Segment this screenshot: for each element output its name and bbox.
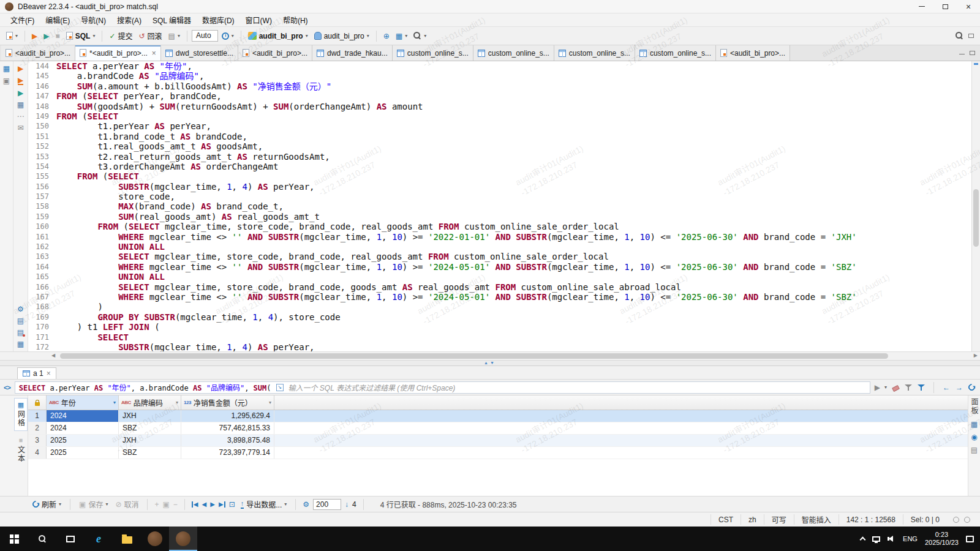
editor-tab[interactable]: custom_online_s... bbox=[554, 45, 635, 61]
menu-item[interactable]: 编辑(E) bbox=[40, 15, 75, 25]
execute-script-button[interactable]: ▶ bbox=[41, 31, 51, 41]
filters-menu-icon[interactable] bbox=[918, 384, 925, 391]
autocommit-selector[interactable]: Auto bbox=[192, 30, 218, 42]
error-log-icon[interactable]: ▤ bbox=[17, 329, 24, 336]
results-tab[interactable]: a 1 × bbox=[17, 367, 56, 379]
filter-input[interactable]: SELECT a.perYear AS "年份", a.brandCode AS… bbox=[15, 381, 870, 394]
table-cell[interactable]: SBZ bbox=[119, 422, 181, 434]
focus-cell-icon[interactable]: ⊡ bbox=[229, 501, 235, 508]
network-settings-button[interactable]: ⊕ bbox=[381, 31, 392, 41]
metadata-panel-icon[interactable]: ▤ bbox=[971, 446, 978, 454]
refresh-results-icon[interactable] bbox=[967, 383, 977, 392]
internet-explorer-button[interactable]: e bbox=[85, 527, 113, 551]
menu-item[interactable]: 数据库(D) bbox=[197, 15, 240, 25]
text-view-tab[interactable]: ≡文本 bbox=[14, 433, 28, 467]
menu-item[interactable]: 文件(F) bbox=[5, 15, 40, 25]
editor-tab[interactable]: <audit_bi_pro>... bbox=[238, 45, 312, 61]
column-dropdown-icon[interactable]: ▾ bbox=[176, 400, 178, 405]
scroll-right-icon[interactable]: ▶ bbox=[974, 353, 978, 358]
row-number[interactable]: 2 bbox=[28, 422, 47, 434]
database-navigator-icon[interactable]: ▦ bbox=[3, 65, 10, 72]
connection-selector[interactable]: audit_bi_pro▾ bbox=[246, 31, 311, 42]
save-button[interactable]: ▣保存▾ bbox=[77, 498, 110, 510]
table-cell[interactable]: JXH bbox=[119, 435, 181, 446]
new-sql-editor-button[interactable]: ▾ bbox=[4, 31, 20, 41]
previous-row-icon[interactable]: ◀ bbox=[202, 501, 207, 508]
scroll-left-icon[interactable]: ◀ bbox=[51, 353, 55, 358]
table-row[interactable]: 22024SBZ757,462,815.33 bbox=[28, 422, 968, 435]
value-viewer-icon[interactable]: ◉ bbox=[971, 433, 977, 441]
transaction-log-button[interactable]: ▤▾ bbox=[166, 31, 183, 41]
table-row[interactable]: 32025JXH3,898,875.48 bbox=[28, 435, 968, 447]
execute-statement-icon[interactable]: ▶ bbox=[18, 65, 23, 72]
menu-item[interactable]: 搜索(A) bbox=[111, 15, 147, 25]
notifications-icon[interactable] bbox=[953, 517, 959, 523]
maximize-button[interactable] bbox=[933, 0, 957, 13]
next-row-icon[interactable]: ▶ bbox=[210, 501, 215, 508]
database-selector[interactable]: audit_bi_pro▾ bbox=[312, 31, 372, 42]
custom-filter-icon[interactable]: <> bbox=[4, 384, 10, 391]
execute-statement-button[interactable]: ▶ bbox=[29, 31, 40, 41]
taskbar-search-button[interactable] bbox=[28, 527, 56, 551]
editor-tab[interactable]: custom_online_s... bbox=[393, 45, 473, 61]
table-cell[interactable]: 2025 bbox=[47, 447, 119, 459]
nav-back-icon[interactable]: ← bbox=[943, 384, 950, 391]
refresh-button[interactable]: 刷新▾ bbox=[31, 498, 63, 510]
editor-tab[interactable]: <audit_bi_pro>... bbox=[716, 45, 790, 61]
dbeaver-taskbar-button-active[interactable] bbox=[169, 527, 197, 551]
column-header[interactable]: ABC品牌编码▾ bbox=[119, 395, 181, 410]
close-results-tab-icon[interactable]: × bbox=[47, 369, 51, 378]
table-cell[interactable]: 2025 bbox=[47, 435, 119, 446]
schema-browser-button[interactable]: ▦▾ bbox=[393, 31, 410, 41]
editor-tab[interactable]: dwd_trade_hkau... bbox=[312, 45, 393, 61]
menu-item[interactable]: SQL 编辑器 bbox=[147, 15, 197, 25]
editor-results-splitter[interactable]: ▲▼ bbox=[0, 360, 980, 366]
task-view-button[interactable] bbox=[56, 527, 85, 551]
network-icon[interactable] bbox=[872, 536, 880, 542]
table-cell[interactable]: SBZ bbox=[119, 447, 181, 459]
quick-search-icon[interactable] bbox=[956, 32, 963, 40]
dbeaver-taskbar-button[interactable] bbox=[141, 527, 169, 551]
table-cell[interactable]: 723,397,779.14 bbox=[181, 447, 274, 459]
output-console-icon[interactable]: ▤ bbox=[17, 317, 24, 324]
menu-item[interactable]: 导航(N) bbox=[75, 15, 111, 25]
rollback-button[interactable]: ↺回滚 bbox=[137, 29, 165, 42]
editor-tab[interactable]: *<audit_bi_pro>...× bbox=[75, 45, 161, 61]
column-header[interactable]: 123净销售金额（元）▾ bbox=[181, 395, 274, 410]
action-center-icon[interactable] bbox=[966, 536, 974, 542]
editor-tab[interactable]: custom_online_s... bbox=[635, 45, 716, 61]
apply-filter-button[interactable]: ▶ bbox=[875, 384, 880, 391]
table-cell[interactable]: 1,295,629.4 bbox=[181, 410, 274, 422]
maximize-editor-icon[interactable] bbox=[970, 51, 975, 55]
background-tasks-icon[interactable] bbox=[964, 517, 970, 523]
row-lock-header[interactable] bbox=[28, 395, 47, 410]
editor-vertical-scrollbar[interactable] bbox=[971, 61, 980, 351]
fetch-size-input[interactable]: 200 bbox=[313, 499, 341, 510]
splitter-collapse-icons[interactable]: ▲▼ bbox=[484, 361, 496, 365]
row-number[interactable]: 1 bbox=[28, 410, 47, 422]
settings-gear-icon[interactable]: ⚙ bbox=[17, 305, 24, 313]
table-cell[interactable]: 3,898,875.48 bbox=[181, 435, 274, 446]
row-number[interactable]: 3 bbox=[28, 435, 47, 446]
column-dropdown-icon[interactable]: ▾ bbox=[113, 400, 116, 405]
panel-grid-icon[interactable]: ▦ bbox=[971, 421, 978, 428]
abort-button[interactable]: ■ bbox=[53, 31, 62, 41]
language-indicator[interactable]: ENG bbox=[903, 535, 918, 542]
editor-tab[interactable]: custom_online_s... bbox=[473, 45, 554, 61]
volume-icon[interactable] bbox=[888, 535, 895, 542]
result-settings-gear-icon[interactable]: ⚙ bbox=[303, 501, 309, 508]
export-data-button[interactable]: ↑导出数据...▾ bbox=[239, 498, 289, 510]
more-actions-icon[interactable]: ⋯ bbox=[17, 113, 24, 120]
tray-expand-icon[interactable] bbox=[860, 537, 866, 543]
close-tab-icon[interactable]: × bbox=[152, 49, 156, 58]
export-script-icon[interactable]: ✉ bbox=[17, 124, 23, 132]
delete-row-icon[interactable]: − bbox=[173, 501, 178, 508]
duplicate-row-icon[interactable]: ▣ bbox=[163, 501, 170, 508]
column-header[interactable]: ABC年份▾ bbox=[47, 395, 119, 410]
editor-tab[interactable]: <audit_bi_pro>... bbox=[1, 45, 75, 61]
grid-view-tab[interactable]: ▦网格 bbox=[14, 398, 28, 431]
table-cell[interactable]: 2024 bbox=[47, 422, 119, 434]
execute-new-tab-icon[interactable]: ▶ bbox=[18, 89, 23, 97]
panel-label[interactable]: 面板 bbox=[969, 398, 979, 415]
close-button[interactable]: × bbox=[957, 0, 980, 13]
